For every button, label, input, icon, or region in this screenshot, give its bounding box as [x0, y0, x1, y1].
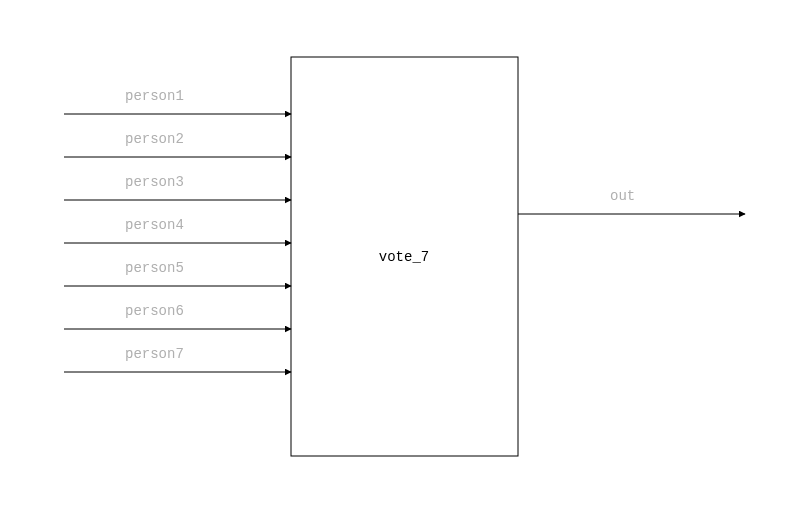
port-label: person2	[125, 131, 184, 147]
port-label: person4	[125, 217, 184, 233]
port-label: out	[610, 188, 635, 204]
output-port-out: out	[518, 188, 745, 214]
input-port-person3: person3	[64, 174, 291, 200]
block-diagram: vote_7 person1 person2 person3 person4 p…	[0, 0, 804, 518]
port-label: person7	[125, 346, 184, 362]
input-port-person2: person2	[64, 131, 291, 157]
input-port-person6: person6	[64, 303, 291, 329]
input-port-person7: person7	[64, 346, 291, 372]
input-port-person1: person1	[64, 88, 291, 114]
input-port-person4: person4	[64, 217, 291, 243]
port-label: person3	[125, 174, 184, 190]
module-name: vote_7	[379, 249, 429, 265]
port-label: person5	[125, 260, 184, 276]
port-label: person6	[125, 303, 184, 319]
port-label: person1	[125, 88, 184, 104]
input-port-person5: person5	[64, 260, 291, 286]
